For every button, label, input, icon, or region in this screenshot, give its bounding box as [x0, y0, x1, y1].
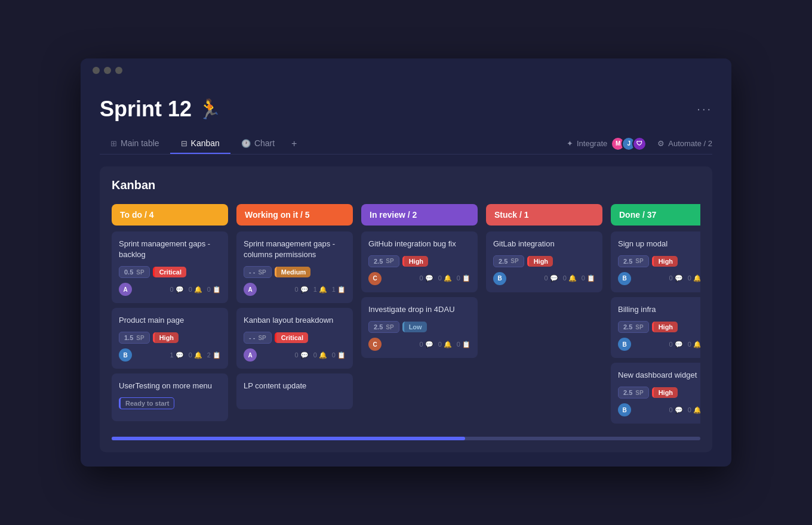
- card-meta: 0 💬 0 🔔 0 📋: [294, 351, 346, 359]
- meta-comments: 0 💬: [544, 274, 558, 282]
- card-title: Sign up modal: [618, 239, 700, 249]
- meta-comments: 0 💬: [294, 351, 308, 359]
- card-title: Investigate drop in 4DAU: [368, 304, 470, 315]
- card-avatar: B: [119, 348, 132, 362]
- card-meta: 0 💬 0 🔔 0 📋: [419, 274, 470, 282]
- col-header-review[interactable]: In review / 2: [361, 204, 478, 226]
- card-tags: 2.5 SPHigh: [368, 255, 470, 267]
- scrollbar-thumb[interactable]: [112, 437, 465, 440]
- card-tags: - - SPMedium: [244, 266, 346, 278]
- kanban-card[interactable]: Sprint management gaps - backlog0.5 SPCr…: [112, 231, 228, 303]
- meta-reactions: 0 🔔: [688, 406, 700, 414]
- add-tab-button[interactable]: +: [285, 134, 303, 154]
- card-footer: B 0 💬 0 🔔 0 📋: [618, 338, 700, 351]
- card-tags: Ready to start: [119, 397, 221, 409]
- kanban-card[interactable]: Sign up modal2.5 SPHighB 0 💬 0 🔔 0 📋: [611, 231, 700, 292]
- card-priority-tag: High: [527, 256, 553, 267]
- meta-comments: 0 💬: [170, 286, 183, 294]
- kanban-icon: ⊟: [181, 139, 187, 148]
- meta-reactions: 0 🔔: [313, 351, 327, 359]
- automate-icon: ⚙: [657, 139, 665, 148]
- horizontal-scrollbar[interactable]: [112, 437, 700, 440]
- col-header-todo[interactable]: To do / 4: [112, 204, 228, 226]
- card-title: Billing infra: [618, 304, 700, 315]
- app-window: Sprint 12 🏃 ··· ⊞ Main table ⊟ Kanban 🕐 …: [81, 58, 731, 467]
- card-title: GitHub integration bug fix: [368, 239, 470, 249]
- meta-reactions: 1 🔔: [313, 286, 327, 294]
- avatar-2: 🛡: [632, 137, 647, 151]
- kanban-card[interactable]: New dashboard widget2.5 SPHighB 0 💬 0 🔔 …: [611, 363, 700, 424]
- kanban-card[interactable]: Billing infra2.5 SPHighB 0 💬 0 🔔 0 📋: [611, 297, 700, 358]
- card-tags: 2.5 SPHigh: [618, 387, 700, 399]
- card-sp-tag: 2.5 SP: [618, 387, 649, 399]
- card-avatar: B: [618, 338, 631, 351]
- card-avatar: A: [244, 283, 257, 296]
- tab-chart[interactable]: 🕐 Chart: [230, 134, 285, 154]
- card-footer: C 0 💬 0 🔔 0 📋: [368, 272, 470, 285]
- card-tags: 1.5 SPHigh: [119, 332, 221, 344]
- card-title: UserTesting on more menu: [119, 381, 221, 391]
- card-priority-tag: Medium: [275, 267, 311, 277]
- meta-comments: 0 💬: [294, 286, 308, 294]
- card-footer: B 0 💬 0 🔔 0 📋: [618, 403, 700, 416]
- card-tags: - - SPCritical: [244, 332, 346, 344]
- card-meta: 0 💬 0 🔔 0 📋: [170, 286, 221, 294]
- main-content: Sprint 12 🏃 ··· ⊞ Main table ⊟ Kanban 🕐 …: [81, 82, 731, 467]
- kanban-card[interactable]: Investigate drop in 4DAU2.5 SPLowC 0 💬 0…: [361, 297, 478, 358]
- col-header-working[interactable]: Working on it / 5: [236, 204, 353, 226]
- kanban-card[interactable]: LP content update: [236, 373, 353, 409]
- card-avatar: A: [244, 348, 257, 362]
- meta-reactions: 0 🔔: [438, 341, 452, 348]
- card-tags: 2.5 SPLow: [368, 321, 470, 333]
- meta-comments: 1 💬: [170, 351, 183, 359]
- meta-tasks: 0 📋: [207, 286, 221, 294]
- meta-tasks: 0 📋: [582, 274, 595, 282]
- card-meta: 0 💬 0 🔔 0 📋: [544, 274, 595, 282]
- meta-tasks: 1 📋: [332, 286, 346, 294]
- card-sp-tag: 0.5 SP: [119, 266, 150, 278]
- card-avatar: A: [119, 283, 132, 296]
- card-priority-tag: Ready to start: [119, 397, 174, 409]
- integrate-action[interactable]: ✦ Integrate M J 🛡: [567, 137, 647, 151]
- column-todo: To do / 4Sprint management gaps - backlo…: [112, 204, 228, 429]
- card-sp-tag: - - SP: [244, 266, 272, 278]
- kanban-card[interactable]: GitHub integration bug fix2.5 SPHighC 0 …: [361, 231, 478, 292]
- meta-tasks: 0 📋: [332, 351, 346, 359]
- card-title: Sprint management gaps - columns permiss…: [244, 239, 346, 260]
- card-avatar: C: [368, 272, 382, 285]
- chart-icon: 🕐: [241, 139, 251, 148]
- column-stuck: Stuck / 1GitLab integration2.5 SPHighB 0…: [486, 204, 602, 429]
- card-priority-tag: High: [652, 322, 678, 332]
- tab-main-table[interactable]: ⊞ Main table: [100, 134, 170, 154]
- card-priority-tag: High: [652, 387, 678, 398]
- meta-tasks: 2 📋: [207, 351, 221, 359]
- tab-kanban[interactable]: ⊟ Kanban: [170, 134, 230, 154]
- meta-reactions: 0 🔔: [688, 274, 700, 282]
- kanban-card[interactable]: GitLab integration2.5 SPHighB 0 💬 0 🔔 0 …: [486, 231, 602, 292]
- table-icon: ⊞: [110, 139, 117, 148]
- card-meta: 0 💬 0 🔔 0 📋: [419, 341, 470, 348]
- meta-comments: 0 💬: [419, 341, 433, 348]
- kanban-card[interactable]: UserTesting on more menuReady to start: [112, 373, 228, 421]
- kanban-card[interactable]: Product main page1.5 SPHighB 1 💬 0 🔔 2 📋: [112, 308, 228, 369]
- card-avatar: C: [368, 338, 382, 351]
- card-title: Kanban layout breakdown: [244, 315, 346, 326]
- col-header-done[interactable]: Done / 37: [611, 204, 700, 226]
- card-tags: 0.5 SPCritical: [119, 266, 221, 278]
- sprint-emoji: 🏃: [198, 98, 222, 121]
- dot-green: [115, 67, 122, 74]
- meta-reactions: 0 🔔: [688, 341, 700, 348]
- card-priority-tag: High: [402, 256, 428, 267]
- card-avatar: B: [493, 272, 506, 285]
- sprint-title: Sprint 12 🏃: [100, 97, 222, 122]
- kanban-card[interactable]: Sprint management gaps - columns permiss…: [236, 231, 353, 303]
- more-button[interactable]: ···: [697, 102, 712, 116]
- user-avatars: M J 🛡: [611, 137, 647, 151]
- card-meta: 0 💬 0 🔔 0 📋: [669, 406, 700, 414]
- col-header-stuck[interactable]: Stuck / 1: [486, 204, 602, 226]
- header-row: Sprint 12 🏃 ···: [100, 97, 712, 122]
- card-priority-tag: Critical: [275, 332, 308, 343]
- automate-action[interactable]: ⚙ Automate / 2: [657, 139, 712, 148]
- meta-reactions: 0 🔔: [438, 274, 452, 282]
- kanban-card[interactable]: Kanban layout breakdown- - SPCriticalA 0…: [236, 308, 353, 369]
